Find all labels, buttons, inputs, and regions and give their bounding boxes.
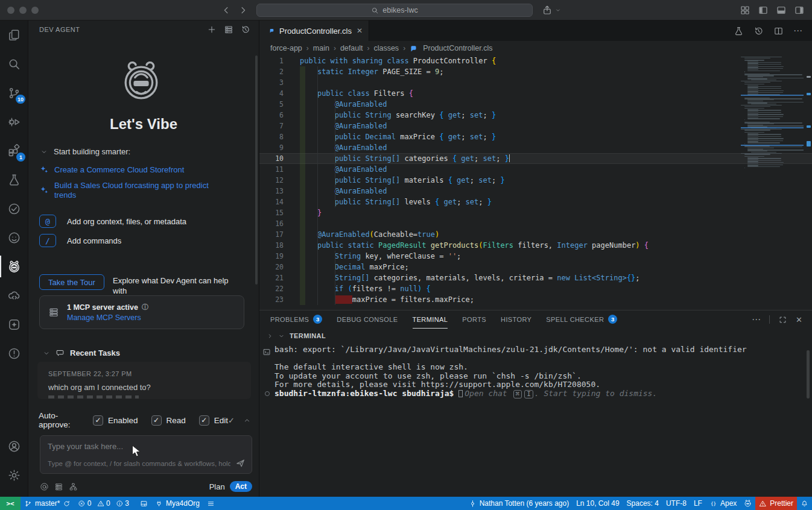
code-line[interactable]: 18 public static PagedResult getProducts… xyxy=(259,240,812,251)
command-decoration[interactable] xyxy=(265,391,270,396)
code-line[interactable]: 15 } xyxy=(259,207,812,218)
split-editor-icon[interactable] xyxy=(773,26,784,36)
close-panel-icon[interactable]: ✕ xyxy=(796,316,802,324)
org-chart-icon[interactable] xyxy=(69,482,78,491)
command-center-search[interactable]: ebikes-lwc xyxy=(256,4,533,17)
code-line[interactable]: 8 public Decimal maxPrice { get; set; } xyxy=(259,131,812,142)
code-editor[interactable]: 1public with sharing class ProductContro… xyxy=(259,55,812,310)
timeline-history-icon[interactable] xyxy=(753,26,764,36)
slash-key[interactable]: / xyxy=(39,234,56,247)
code-line[interactable]: 5 @AuraEnabled xyxy=(259,99,812,110)
notifications-bell[interactable] xyxy=(797,497,812,510)
breadcrumb-item[interactable]: main xyxy=(313,44,329,52)
tasks-check-icon[interactable] xyxy=(0,194,28,223)
code-line[interactable]: 1public with sharing class ProductContro… xyxy=(259,55,812,66)
editor-layout[interactable] xyxy=(136,497,151,510)
search-icon[interactable] xyxy=(0,49,28,78)
maximize-panel-icon[interactable] xyxy=(778,315,787,324)
checkbox-read[interactable]: ✓ xyxy=(151,415,162,426)
chevron-right-icon[interactable] xyxy=(267,333,273,339)
code-line[interactable]: 21 String[] categories, materials, level… xyxy=(259,272,812,283)
auto-approve-read[interactable]: ✓ Read xyxy=(151,415,186,426)
github-icon[interactable] xyxy=(0,223,28,252)
code-line[interactable]: 12 public String[] materials { get; set;… xyxy=(259,175,812,186)
recent-task-item[interactable]: SEPTEMBER 22, 3:27 PM which org am I con… xyxy=(37,362,251,399)
chevron-down-icon[interactable] xyxy=(555,7,561,13)
terminal-scrollbar[interactable] xyxy=(807,350,810,398)
codey-status[interactable] xyxy=(740,497,755,510)
code-line[interactable]: 22 if (filters != null) { xyxy=(259,283,812,294)
code-line[interactable]: 3 xyxy=(259,77,812,88)
window-minimize-button[interactable] xyxy=(19,7,27,14)
new-task-icon[interactable] xyxy=(207,25,217,34)
remote-indicator[interactable]: >< xyxy=(0,497,21,510)
manage-mcp-servers-link[interactable]: Manage MCP Servers xyxy=(67,313,148,322)
code-line[interactable]: 19 String key, whereClause = ''; xyxy=(259,251,812,262)
menu[interactable] xyxy=(203,497,218,510)
settings-gear-icon[interactable] xyxy=(0,461,28,490)
code-line[interactable]: 23 maxPrice = filters.maxPrice; xyxy=(259,294,812,305)
code-line[interactable]: 10 public String[] categories { get; set… xyxy=(259,153,812,164)
close-icon[interactable]: ✕ xyxy=(357,27,363,35)
explorer-icon[interactable] xyxy=(0,20,28,49)
shortcut-slash-commands[interactable]: / Add commands xyxy=(39,234,121,247)
default-org[interactable]: Mya4dOrg xyxy=(151,497,203,510)
dev-agent-icon[interactable] xyxy=(0,252,28,281)
panel-tab-problems[interactable]: PROBLEMS3 xyxy=(270,310,322,329)
checkbox-edit[interactable]: ✓ xyxy=(199,415,209,426)
feedback-warning-icon[interactable] xyxy=(0,339,28,368)
salesforce-cloud-icon[interactable] xyxy=(0,281,28,310)
einstein-sparkle-icon[interactable] xyxy=(0,310,28,339)
breadcrumb[interactable]: force-app›main›default›classes›ProductCo… xyxy=(259,41,812,55)
panel-tab-ports[interactable]: PORTS xyxy=(462,310,486,329)
history-icon[interactable] xyxy=(241,25,250,34)
code-line[interactable]: 4 public class Filters { xyxy=(259,88,812,99)
forward-icon[interactable] xyxy=(238,5,249,16)
run-debug-icon[interactable] xyxy=(0,107,28,136)
code-line[interactable]: 17 @AuraEnabled(Cacheable=true) xyxy=(259,229,812,240)
panel-tab-terminal[interactable]: TERMINAL xyxy=(413,310,448,329)
take-the-tour-button[interactable]: Take the Tour xyxy=(39,274,104,290)
breadcrumb-item[interactable]: ProductController.cls xyxy=(423,44,492,52)
recent-tasks-header[interactable]: Recent Tasks xyxy=(43,348,120,357)
checkbox-enabled[interactable]: ✓ xyxy=(93,415,103,426)
extensions-icon[interactable]: 1 xyxy=(0,136,28,165)
minimap[interactable] xyxy=(741,57,804,172)
git-blame[interactable]: Nathan Totten (6 years ago) xyxy=(465,497,573,510)
auto-approve-enabled[interactable]: ✓ Enabled xyxy=(93,415,138,426)
panel-tab-history[interactable]: HISTORY xyxy=(501,310,531,329)
breadcrumb-item[interactable]: default xyxy=(340,44,363,52)
code-line[interactable]: 20 Decimal maxPrice; xyxy=(259,262,812,272)
eol[interactable]: LF xyxy=(690,497,706,510)
customize-layout-icon[interactable] xyxy=(740,5,750,16)
suggestion-link-commerce[interactable]: Create a Commerce Cloud Storefront xyxy=(39,165,238,175)
diagnostics[interactable]: 003 xyxy=(74,497,136,510)
terminal[interactable]: bash: export: `/Library/Java/JavaVirtual… xyxy=(274,345,800,494)
back-icon[interactable] xyxy=(221,5,232,16)
chevron-down-icon[interactable] xyxy=(278,333,285,339)
send-icon[interactable] xyxy=(235,458,246,468)
code-line[interactable]: 6 public String searchKey { get; set; } xyxy=(259,110,812,121)
check-icon[interactable]: ✓ xyxy=(228,417,235,424)
window-zoom-button[interactable] xyxy=(31,7,39,14)
chevron-up-icon[interactable] xyxy=(243,417,251,424)
source-control-icon[interactable]: 10 xyxy=(0,78,28,107)
window-close-button[interactable] xyxy=(7,7,14,14)
language-mode[interactable]: {}Apex xyxy=(706,497,740,510)
encoding[interactable]: UTF-8 xyxy=(662,497,690,510)
info-icon[interactable]: ⓘ xyxy=(142,304,148,310)
code-line[interactable]: 2 static Integer PAGE_SIZE = 9; xyxy=(259,66,812,77)
servers-icon[interactable] xyxy=(54,482,63,491)
share-icon[interactable] xyxy=(542,5,553,16)
test-beaker-icon[interactable] xyxy=(0,165,28,194)
code-line[interactable]: 7 @AuraEnabled xyxy=(259,121,812,131)
code-line[interactable]: 11 @AuraEnabled xyxy=(259,164,812,175)
code-line[interactable]: 14 public String[] levels { get; set; } xyxy=(259,197,812,207)
toggle-panel-icon[interactable] xyxy=(776,5,787,16)
mcp-servers-icon[interactable] xyxy=(224,25,233,34)
breadcrumb-item[interactable]: force-app xyxy=(270,44,302,52)
terminal-section-header[interactable]: TERMINAL xyxy=(259,329,812,343)
plan-mode-toggle[interactable]: Plan xyxy=(209,482,225,491)
cursor-position[interactable]: Ln 10, Col 49 xyxy=(573,497,623,510)
panel-tab-debug-console[interactable]: DEBUG CONSOLE xyxy=(337,310,398,329)
